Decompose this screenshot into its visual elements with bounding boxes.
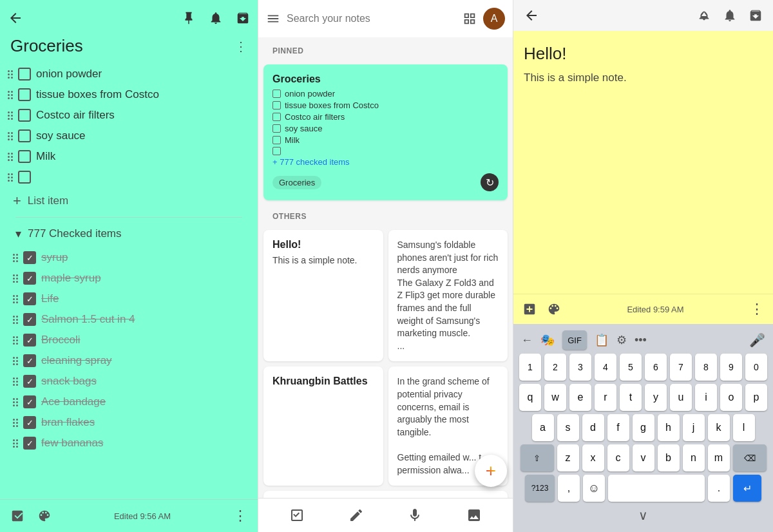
key-w[interactable]: w [544,384,566,411]
checked-checkbox[interactable] [23,251,36,264]
key-0[interactable]: 0 [745,354,767,381]
key-i[interactable]: i [695,384,717,411]
item-checkbox[interactable] [18,109,31,122]
key-6[interactable]: 6 [645,354,667,381]
enter-key[interactable]: ↵ [733,475,761,502]
key-9[interactable]: 9 [720,354,742,381]
search-input[interactable] [287,13,456,24]
key-3[interactable]: 3 [569,354,591,381]
item-checkbox[interactable] [18,129,31,142]
drag-handle[interactable] [13,295,18,303]
shift-key[interactable]: ⇧ [520,444,554,471]
period-key[interactable]: . [708,475,730,502]
add-item-editor-icon[interactable] [522,302,537,316]
key-f[interactable]: f [607,414,629,441]
keyboard-hide-icon[interactable]: ∨ [638,508,648,523]
key-k[interactable]: k [708,414,730,441]
drag-handle[interactable] [8,153,13,161]
key-4[interactable]: 4 [595,354,616,381]
item-checkbox[interactable] [18,68,31,81]
drag-handle[interactable] [13,398,18,406]
checked-count-link[interactable]: + 777 checked items [272,157,499,167]
checked-checkbox[interactable] [23,272,36,285]
key-g[interactable]: g [633,414,654,441]
key-v[interactable]: v [633,444,654,471]
smart-homes-card[interactable]: Smart homes aren't exciting anymoreHere'… [263,491,508,498]
palette-icon[interactable] [37,509,52,523]
reminder-icon[interactable] [209,11,223,25]
key-l[interactable]: l [733,414,755,441]
right-archive-icon[interactable] [749,8,763,23]
pen-icon[interactable] [348,508,364,523]
key-n[interactable]: n [683,444,705,471]
check-icon[interactable] [289,508,305,523]
drag-handle[interactable] [8,91,13,99]
grid-view-icon[interactable] [463,12,477,26]
spacebar[interactable] [608,475,705,502]
numbers-key[interactable]: ?123 [525,475,555,502]
right-back-icon[interactable] [524,8,539,23]
drag-handle[interactable] [13,377,18,386]
checked-checkbox[interactable] [23,395,36,408]
key-h[interactable]: h [658,414,680,441]
key-y[interactable]: y [645,384,667,411]
item-checkbox[interactable] [18,171,31,184]
clipboard-icon[interactable]: 📋 [595,330,609,350]
emoji-key[interactable]: ☺ [583,475,605,502]
archive-icon[interactable] [236,11,250,25]
drag-handle[interactable] [8,111,13,120]
checked-checkbox[interactable] [23,334,36,347]
drag-handle[interactable] [13,419,18,427]
key-r[interactable]: r [595,384,616,411]
right-more-icon[interactable]: ⋮ [750,301,764,318]
drag-handle[interactable] [13,316,18,324]
note-editor-title[interactable]: Hello! [524,44,763,64]
hello-card[interactable]: Hello! This is a simple note. [263,230,383,361]
samsung-card[interactable]: Samsung's foldable phones aren't just fo… [388,230,508,361]
drag-handle[interactable] [13,439,18,448]
right-bell-icon[interactable] [723,8,737,23]
key-u[interactable]: u [670,384,692,411]
drag-handle[interactable] [13,274,18,283]
keyboard-back-icon[interactable]: ← [521,330,533,350]
checked-checkbox[interactable] [23,375,36,388]
pin-icon[interactable] [182,11,196,25]
key-b[interactable]: b [658,444,680,471]
sync-icon[interactable]: ↻ [481,173,499,191]
mic-keyboard-icon[interactable]: 🎤 [749,332,765,348]
hamburger-icon[interactable] [266,12,280,26]
image-icon[interactable] [466,508,482,523]
emoji-keyboard-icon[interactable]: 🎭 [540,330,555,350]
add-checkbox-icon[interactable] [10,509,24,523]
mic-icon[interactable] [407,508,423,523]
checked-checkbox[interactable] [23,416,36,429]
settings-icon[interactable]: ⚙ [616,330,627,350]
drag-handle[interactable] [13,254,18,262]
checked-checkbox[interactable] [23,292,36,305]
more-menu-icon[interactable]: ⋮ [234,39,247,54]
key-x[interactable]: x [582,444,604,471]
key-1[interactable]: 1 [519,354,541,381]
checked-checkbox[interactable] [23,354,36,367]
fab-button[interactable]: + [475,455,507,487]
key-e[interactable]: e [569,384,591,411]
key-s[interactable]: s [557,414,579,441]
footer-more-icon[interactable]: ⋮ [233,508,247,524]
checked-section-header[interactable]: ▾ 777 Checked items [5,220,253,247]
more-keyboard-icon[interactable]: ••• [635,330,647,350]
key-q[interactable]: q [519,384,541,411]
item-checkbox[interactable] [18,88,31,101]
key-5[interactable]: 5 [620,354,642,381]
key-7[interactable]: 7 [670,354,692,381]
key-p[interactable]: p [745,384,767,411]
key-j[interactable]: j [683,414,705,441]
add-reminder-icon[interactable] [697,8,711,23]
key-m[interactable]: m [708,444,730,471]
drag-handle[interactable] [8,173,13,182]
user-avatar[interactable]: A [483,8,505,30]
key-2[interactable]: 2 [544,354,566,381]
item-checkbox[interactable] [18,150,31,163]
drag-handle[interactable] [8,132,13,140]
editor-palette-icon[interactable] [547,302,561,316]
key-t[interactable]: t [620,384,642,411]
